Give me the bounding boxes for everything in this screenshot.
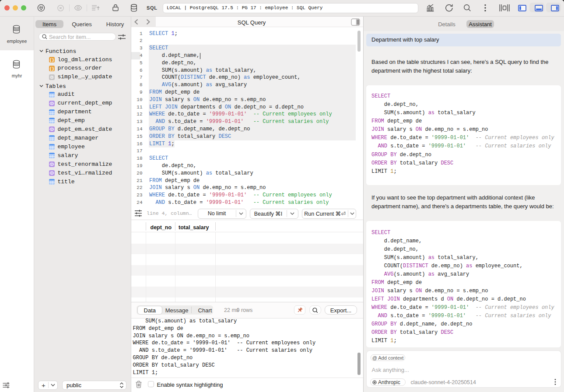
svg-text:{}: {}	[49, 58, 54, 63]
svg-text:{}: {}	[49, 67, 54, 71]
